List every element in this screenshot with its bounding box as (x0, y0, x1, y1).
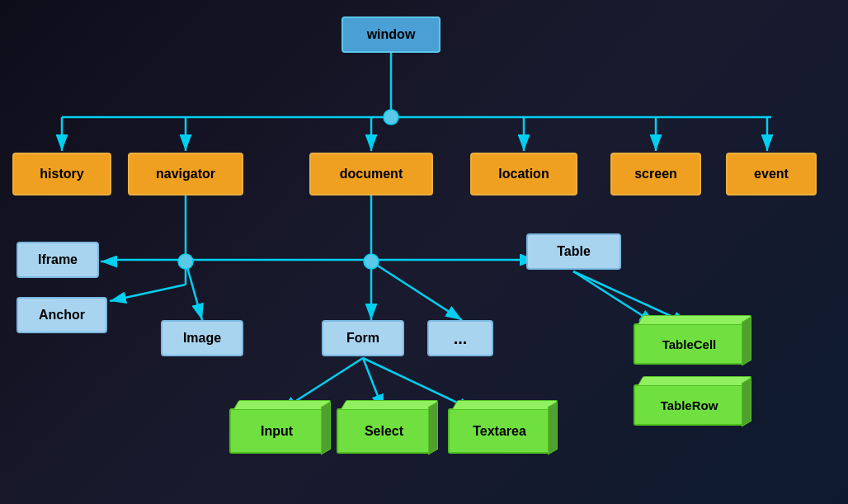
location-node: location (470, 153, 577, 195)
textarea-node-container: Textarea (448, 408, 551, 454)
svg-point-27 (364, 254, 379, 269)
input-node-container: Input (229, 408, 324, 454)
document-node: document (309, 153, 433, 195)
ellipsis-node: ... (427, 320, 493, 356)
anchor-node: Anchor (16, 297, 107, 333)
svg-line-17 (186, 261, 202, 320)
event-node: event (726, 153, 817, 195)
image-node: Image (161, 320, 243, 356)
tablecell-node-container: TableCell (634, 323, 745, 365)
select-node-container: Select (337, 408, 431, 454)
table-node: Table (526, 233, 621, 270)
form-node: Form (322, 320, 404, 356)
tablerow-node-container: TableRow (634, 384, 745, 426)
svg-point-26 (178, 254, 193, 269)
navigator-node: navigator (128, 153, 243, 195)
diagram: window history navigator document locati… (0, 0, 848, 504)
screen-node: screen (610, 153, 701, 195)
svg-line-19 (371, 261, 462, 320)
svg-line-16 (110, 285, 186, 301)
svg-point-25 (384, 110, 398, 125)
iframe-node: Iframe (16, 242, 99, 278)
window-node: window (342, 16, 440, 53)
history-node: history (12, 153, 111, 195)
